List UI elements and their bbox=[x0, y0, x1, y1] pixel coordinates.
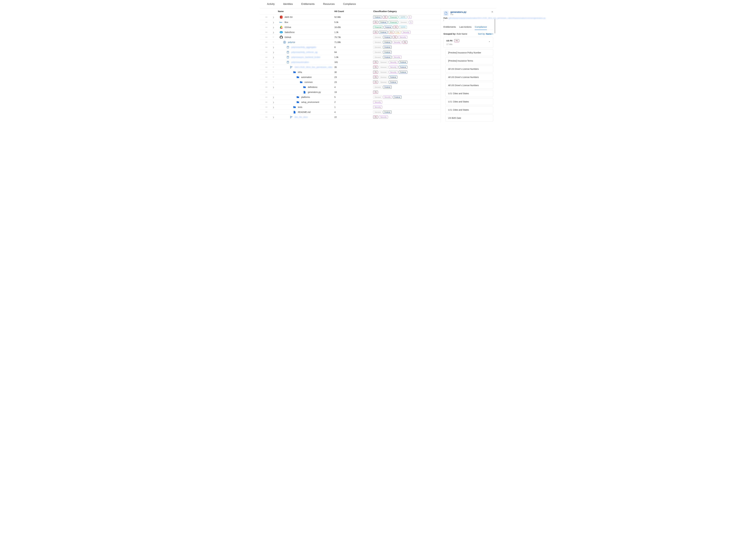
chevron-right-icon[interactable] bbox=[273, 51, 274, 53]
chevron-right-icon[interactable] bbox=[273, 16, 274, 18]
chevron-right-icon[interactable] bbox=[273, 31, 274, 33]
row-actions-icon[interactable]: ⋯ bbox=[265, 76, 267, 78]
chevron-down-icon[interactable] bbox=[272, 36, 274, 38]
row-actions-icon[interactable]: ⋯ bbox=[265, 86, 267, 88]
compliance-item[interactable]: US Birth Date bbox=[445, 114, 493, 121]
compliance-item[interactable]: All US Driver's License Numbers bbox=[445, 74, 493, 81]
row-label: platforms bbox=[301, 96, 310, 98]
tag-federal: Federal bbox=[399, 61, 407, 64]
tag-pii: PII bbox=[393, 36, 397, 39]
table-row[interactable]: ⋯tests1Security bbox=[260, 105, 440, 110]
close-icon[interactable]: ✕ bbox=[491, 10, 493, 13]
tag-gdpr: GDPR bbox=[399, 16, 407, 19]
table-row[interactable]: ⋯automation23PIIGeneralFederal bbox=[260, 75, 440, 80]
row-actions-icon[interactable]: ⋯ bbox=[265, 101, 267, 103]
table-row[interactable]: ⋯boxBox5.0kPIIFederalFinancialGeneralS bbox=[260, 20, 440, 25]
table-row[interactable]: ⋯SACLOUD_3014_box_permission_rules35PIIG… bbox=[260, 65, 440, 70]
row-actions-icon[interactable]: ⋯ bbox=[265, 96, 267, 98]
row-actions-icon[interactable]: ⋯ bbox=[265, 46, 267, 48]
table-row[interactable]: ⋯platforms5GeneralSecurityFederal bbox=[260, 95, 440, 100]
chevron-down-icon[interactable] bbox=[272, 66, 274, 68]
table-row[interactable]: ⋯AWS S352.96kFederalPIIFinancialGDPRS bbox=[260, 15, 440, 20]
tag-financial: Financial bbox=[388, 16, 398, 19]
tag-general: General bbox=[373, 51, 382, 54]
table-row[interactable]: ⋯generators.py19PII bbox=[260, 90, 440, 95]
row-actions-icon[interactable]: ⋯ bbox=[265, 26, 267, 28]
table-row[interactable]: ⋯common23PIIGeneralFederal bbox=[260, 80, 440, 85]
table-row[interactable]: ⋯polyrize71.08kGeneralFederalSecurityPII bbox=[260, 40, 440, 45]
row-actions-icon[interactable]: ⋯ bbox=[265, 81, 267, 83]
row-actions-icon[interactable]: ⋯ bbox=[265, 41, 267, 43]
compliance-group[interactable]: US PII PII 17 Hits ⌃ bbox=[443, 37, 493, 48]
chevron-right-icon[interactable] bbox=[273, 96, 274, 98]
nav-tab-resources[interactable]: Resources bbox=[319, 0, 339, 8]
sort-by-control[interactable]: Sort by: Name ▾ bbox=[478, 33, 493, 35]
chevron-right-icon[interactable] bbox=[273, 116, 274, 118]
nav-tab-activity[interactable]: Activity bbox=[263, 0, 279, 8]
row-label: tests bbox=[298, 106, 302, 108]
tag-security: Security bbox=[389, 61, 398, 64]
row-actions-icon[interactable]: ⋯ bbox=[265, 36, 267, 38]
row-actions-icon[interactable]: ⋯ bbox=[265, 56, 267, 58]
row-actions-icon[interactable]: ⋯ bbox=[265, 31, 267, 33]
table-row[interactable]: ⋯polyrizeactivity_aggregator8GeneralFede… bbox=[260, 45, 440, 50]
table-row[interactable]: ⋯polyrizeautomation181PIIGeneralSecurity… bbox=[260, 60, 440, 65]
row-actions-icon[interactable]: ⋯ bbox=[265, 61, 267, 63]
nav-tab-entitlements[interactable]: Entitlements bbox=[297, 0, 319, 8]
panel-tab-entitlements[interactable]: Entitlements bbox=[443, 24, 456, 30]
chevron-right-icon[interactable] bbox=[273, 21, 274, 23]
table-row[interactable]: ⋯README.md4GeneralFederal bbox=[260, 110, 440, 115]
table-row[interactable]: ⋯salesSalesforce1.3kPIIFederalPCIPHISecu… bbox=[260, 30, 440, 35]
chevron-down-icon[interactable] bbox=[272, 61, 274, 63]
chevron-down-icon[interactable] bbox=[272, 71, 274, 73]
compliance-item[interactable]: [Preview] Insurance Policy Number bbox=[445, 49, 493, 56]
table-row[interactable]: ⋯definitions4GeneralFederal bbox=[260, 85, 440, 90]
tag-general: General bbox=[379, 71, 388, 74]
compliance-item[interactable]: U.S. Cities and States bbox=[445, 98, 493, 105]
chevron-down-icon[interactable] bbox=[272, 81, 274, 83]
row-actions-icon[interactable]: ⋯ bbox=[265, 116, 267, 118]
chevron-right-icon[interactable] bbox=[273, 26, 274, 28]
chevron-down-icon[interactable] bbox=[272, 41, 274, 43]
row-actions-icon[interactable]: ⋯ bbox=[265, 91, 267, 93]
tag-general: General bbox=[379, 61, 388, 64]
hit-count: 18.45k bbox=[334, 26, 373, 28]
row-actions-icon[interactable]: ⋯ bbox=[265, 106, 267, 108]
row-actions-icon[interactable]: ⋯ bbox=[265, 51, 267, 53]
svg-point-19 bbox=[292, 66, 292, 67]
table-row[interactable]: ⋯polyrizeactivity_enforcer_ag64GeneralFe… bbox=[260, 50, 440, 55]
table-row[interactable]: ⋯polyrizeasync_backend_broker1.0kGeneral… bbox=[260, 55, 440, 60]
hit-count: 64 bbox=[334, 51, 373, 53]
tag-pii: PII bbox=[373, 66, 378, 69]
chevron-right-icon[interactable] bbox=[273, 46, 274, 48]
row-actions-icon[interactable]: ⋯ bbox=[265, 111, 267, 113]
table-row[interactable]: ⋯doc_the_docs22PIISecurity bbox=[260, 115, 440, 120]
chevron-right-icon[interactable] bbox=[273, 86, 274, 88]
compliance-item[interactable]: U.S. Cities and States bbox=[445, 90, 493, 97]
chevron-right-icon[interactable] bbox=[273, 106, 274, 108]
row-actions-icon[interactable]: ⋯ bbox=[265, 71, 267, 73]
tag-federal: Federal bbox=[379, 31, 388, 34]
row-actions-icon[interactable]: ⋯ bbox=[265, 66, 267, 68]
grouped-by-value: Rule Name bbox=[457, 33, 467, 35]
classification-tags: FederalPIIFinancialGDPRS bbox=[373, 16, 440, 19]
compliance-item[interactable]: All US Driver's License Numbers bbox=[445, 65, 493, 72]
table-row[interactable]: ⋯GDrive18.45kFinancialFederalPIIGDPR bbox=[260, 25, 440, 30]
table-row[interactable]: ⋯GitHub79.73kGeneralFederalPIISecurity bbox=[260, 35, 440, 40]
compliance-item[interactable]: [Preview] Insurance Terms bbox=[445, 57, 493, 64]
nav-tab-identities[interactable]: Identities bbox=[279, 0, 297, 8]
compliance-item[interactable]: All US Driver's License Numbers bbox=[445, 82, 493, 89]
panel-tab-last-actions[interactable]: Last Actions bbox=[459, 24, 472, 30]
nav-tab-compliance[interactable]: Compliance bbox=[339, 0, 360, 8]
row-actions-icon[interactable]: ⋯ bbox=[265, 16, 267, 18]
chevron-down-icon[interactable] bbox=[272, 76, 274, 78]
row-actions-icon[interactable]: ⋯ bbox=[265, 21, 267, 23]
compliance-item[interactable]: U.S. Cities and States bbox=[445, 106, 493, 113]
chevron-right-icon[interactable] bbox=[273, 56, 274, 58]
panel-title: generators.py bbox=[450, 11, 466, 13]
table-row[interactable]: ⋯infra30PIIGeneralSecurityFederal bbox=[260, 70, 440, 75]
panel-tab-compliance[interactable]: Compliance bbox=[475, 24, 487, 30]
file-icon bbox=[293, 111, 296, 113]
chevron-right-icon[interactable] bbox=[273, 101, 274, 103]
table-row[interactable]: ⋯setup_environment2Security bbox=[260, 100, 440, 105]
